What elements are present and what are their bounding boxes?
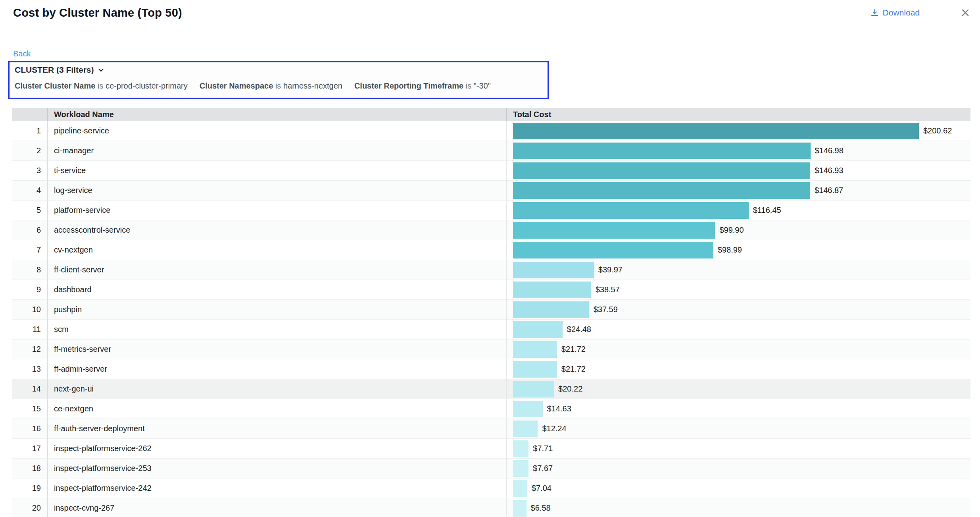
back-link[interactable]: Back [13,49,31,58]
chevron-down-icon [98,67,104,73]
table-row: 6 accesscontrol-service $99.90 [12,220,970,240]
total-cost-cell: $146.87 [506,181,970,200]
table-row: 19 inspect-platformservice-242 $7.04 [12,478,970,498]
table-row: 14 next-gen-ui $20.22 [12,379,970,399]
cost-value-label: $20.22 [558,384,582,394]
table-row: 16 ff-auth-server-deployment $12.24 [12,419,970,439]
download-icon [870,8,879,17]
table-row: 11 scm $24.48 [12,320,970,340]
cost-bar [513,381,554,397]
row-rank: 20 [12,498,48,517]
total-cost-cell: $20.22 [506,379,970,399]
cost-value-label: $6.58 [531,503,551,513]
cost-table: Workload Name Total Cost 1 pipeline-serv… [12,108,970,517]
filter-value: harness-nextgen [283,81,342,90]
workload-name-cell: ff-metrics-server [48,340,506,359]
cost-value-label: $200.62 [923,126,952,135]
filter-item-cluster-name[interactable]: Cluster Cluster Name is ce-prod-cluster-… [15,81,188,91]
header-workload-name: Workload Name [48,108,506,121]
total-cost-cell: $146.93 [506,161,970,180]
cost-value-label: $7.67 [533,464,553,473]
header-total-cost: Total Cost [506,108,970,121]
total-cost-cell: $146.98 [506,141,970,160]
filter-panel: CLUSTER (3 Filters) Cluster Cluster Name… [8,61,549,99]
filter-summary-dropdown[interactable]: CLUSTER (3 Filters) [15,65,104,75]
cost-bar [513,182,810,199]
filter-item-reporting-timeframe[interactable]: Cluster Reporting Timeframe is "-30" [354,81,491,91]
cost-value-label: $99.90 [719,226,744,235]
row-rank: 2 [12,141,48,160]
workload-name-cell: ff-auth-server-deployment [48,419,506,438]
total-cost-cell: $37.59 [506,300,970,319]
table-row: 5 platform-service $116.45 [12,201,970,220]
cost-bar [513,460,528,477]
cost-bar [513,341,557,358]
table-row: 12 ff-metrics-server $21.72 [12,340,970,359]
cost-bar [513,361,557,378]
row-rank: 15 [12,399,48,419]
row-rank: 5 [12,201,48,220]
workload-name-cell: inspect-platformservice-242 [48,478,506,498]
total-cost-cell: $39.97 [506,260,970,280]
total-cost-cell: $21.72 [506,359,970,379]
filter-item-namespace[interactable]: Cluster Namespace is harness-nextgen [200,81,342,91]
total-cost-cell: $98.99 [506,240,970,260]
top-actions: Download [870,8,970,18]
workload-name-cell: dashboard [48,280,506,299]
total-cost-cell: $24.48 [506,320,970,339]
cost-value-label: $7.04 [532,484,551,493]
header-index-column [12,108,48,121]
filter-operator: is [275,81,283,90]
workload-name-cell: ti-service [48,161,506,180]
total-cost-cell: $12.24 [506,419,970,438]
cost-bar [513,143,811,159]
cost-bar [513,202,749,219]
row-rank: 13 [12,359,48,379]
row-rank: 16 [12,419,48,438]
cost-bar [513,162,810,179]
row-rank: 1 [12,121,48,141]
workload-name-cell: platform-service [48,201,506,220]
download-button[interactable]: Download [870,8,920,17]
workload-name-cell: ff-client-server [48,260,506,280]
filter-value: ce-prod-cluster-primary [106,81,188,90]
cost-value-label: $146.87 [815,186,843,195]
cost-bar [513,242,713,258]
table-row: 1 pipeline-service $200.62 [12,121,970,141]
filter-summary-label: CLUSTER (3 Filters) [15,65,94,75]
workload-name-cell: next-gen-ui [48,379,506,399]
workload-name-cell: scm [48,320,506,339]
row-rank: 18 [12,459,48,478]
cost-bar [513,480,527,497]
total-cost-cell: $14.63 [506,399,970,419]
table-body: 1 pipeline-service $200.62 2 ci-manager … [12,121,970,517]
cost-value-label: $21.72 [561,345,586,354]
table-row: 17 inspect-platformservice-262 $7.71 [12,439,970,459]
top-bar: Cost by Cluster Name (Top 50) Download [0,0,980,25]
table-row: 9 dashboard $38.57 [12,280,970,300]
close-button[interactable] [960,8,970,18]
total-cost-cell: $21.72 [506,340,970,359]
cost-value-label: $98.99 [718,245,742,255]
workload-name-cell: inspect-platformservice-262 [48,439,506,458]
filter-value: "-30" [474,81,491,90]
row-rank: 8 [12,260,48,280]
workload-name-cell: accesscontrol-service [48,220,506,240]
table-row: 18 inspect-platformservice-253 $7.67 [12,459,970,478]
cost-value-label: $146.93 [815,166,843,175]
cost-value-label: $24.48 [567,325,591,334]
cost-bar [513,321,563,338]
workload-name-cell: log-service [48,181,506,200]
workload-name-cell: inspect-platformservice-253 [48,459,506,478]
table-row: 10 pushpin $37.59 [12,300,970,320]
workload-name-cell: inspect-cvng-267 [48,498,506,517]
table-header: Workload Name Total Cost [12,108,970,121]
row-rank: 3 [12,161,48,180]
cost-value-label: $39.97 [598,265,623,274]
table-row: 15 ce-nextgen $14.63 [12,399,970,419]
table-row: 4 log-service $146.87 [12,181,970,201]
cost-bar [513,401,543,417]
cost-bar [513,440,528,457]
filter-field: Cluster Cluster Name [15,81,95,90]
page-title: Cost by Cluster Name (Top 50) [13,6,182,19]
